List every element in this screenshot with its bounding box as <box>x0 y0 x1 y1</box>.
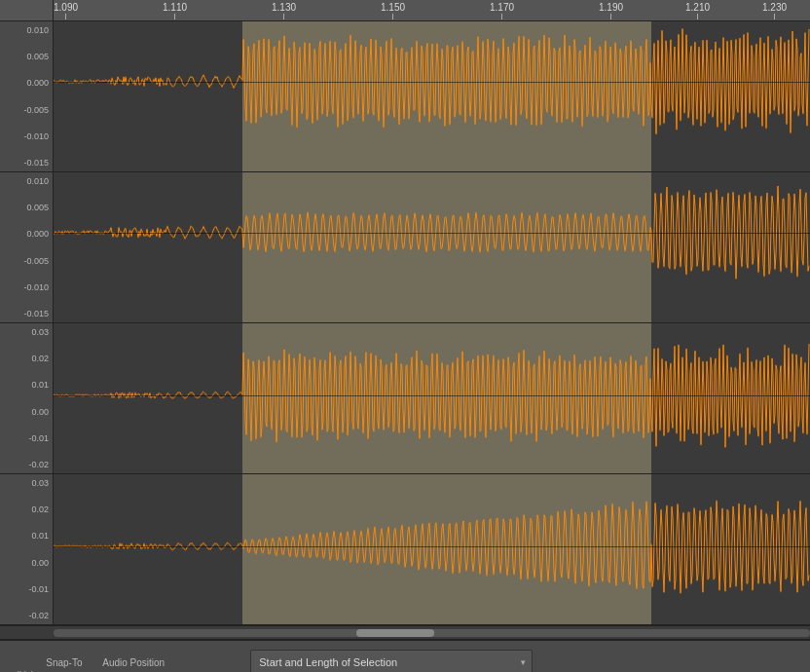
track-label: 0.010 <box>4 25 49 35</box>
ruler-tick: 1.210 <box>685 2 710 19</box>
audio-position-group: Audio Position <box>102 657 239 673</box>
track-waveform-0[interactable] <box>54 21 810 171</box>
track-label: 0.005 <box>4 203 49 212</box>
track-label: 0.01 <box>4 531 49 541</box>
ruler-tick: 1.090 <box>54 2 78 19</box>
track-label: 0.00 <box>4 407 49 417</box>
track-label: 0.00 <box>4 558 49 568</box>
ruler-tick: 1.170 <box>490 2 514 19</box>
bottom-toolbar: e (Hz) Snap-To Off Nearest Prior Next Au… <box>0 639 810 672</box>
track-label: 0.000 <box>4 78 49 88</box>
track-label: -0.005 <box>4 256 49 266</box>
selection-mode-select-wrapper[interactable]: Start and Length of Selection Start and … <box>250 650 533 672</box>
track-labels-0: 0.0100.0050.000-0.005-0.010-0.015 <box>0 21 54 171</box>
track-label: -0.015 <box>4 309 49 318</box>
track-waveform-1[interactable] <box>54 172 810 322</box>
track-label: 0.010 <box>4 176 49 186</box>
track-waveform-3[interactable] <box>54 474 810 624</box>
waveform-canvas-1 <box>54 172 810 322</box>
track-label: 0.03 <box>4 478 49 488</box>
tracks-container: 0.0100.0050.000-0.005-0.010-0.0150.0100.… <box>0 21 810 625</box>
ruler-tick: 1.110 <box>163 2 187 19</box>
track-label: 0.02 <box>4 354 49 363</box>
scrollbar-thumb[interactable] <box>356 629 434 637</box>
track-waveform-2[interactable] <box>54 323 810 473</box>
track-labels-3: 0.030.020.010.00-0.01-0.02 <box>0 474 54 624</box>
track-label: 0.03 <box>4 327 49 337</box>
scrollbar-area <box>0 625 810 639</box>
track-label: 0.01 <box>4 380 49 390</box>
track-label: -0.005 <box>4 105 49 115</box>
track-1[interactable]: 0.0100.0050.000-0.005-0.010-0.015 <box>0 172 810 323</box>
ruler-tick: 1.230 <box>762 2 787 19</box>
track-labels-1: 0.0100.0050.000-0.005-0.010-0.015 <box>0 172 54 322</box>
selection-mode-row: Start and Length of Selection Start and … <box>250 650 533 672</box>
track-label: 0.005 <box>4 52 49 61</box>
track-label: -0.015 <box>4 158 49 168</box>
track-labels-2: 0.030.020.010.00-0.01-0.02 <box>0 323 54 473</box>
snap-to-group: Snap-To Off Nearest Prior Next <box>46 657 91 673</box>
track-label: 0.02 <box>4 504 49 514</box>
track-label: -0.010 <box>4 131 49 141</box>
track-label: -0.02 <box>4 460 49 469</box>
track-2[interactable]: 0.030.020.010.00-0.01-0.02 <box>0 323 810 474</box>
selection-group: Start and Length of Selection Start and … <box>250 650 533 672</box>
audio-position-label: Audio Position <box>102 657 239 668</box>
selection-mode-select[interactable]: Start and Length of Selection Start and … <box>250 650 533 672</box>
track-label: -0.01 <box>4 584 49 594</box>
track-label: 0.000 <box>4 229 49 239</box>
track-label: -0.010 <box>4 282 49 292</box>
track-3[interactable]: 0.030.020.010.00-0.01-0.02 <box>0 474 810 625</box>
scrollbar-track[interactable] <box>54 629 810 637</box>
track-0[interactable]: 0.0100.0050.000-0.005-0.010-0.015 <box>0 21 810 172</box>
snap-to-label: Snap-To <box>46 657 91 668</box>
waveform-canvas-2 <box>54 323 810 473</box>
ruler-tick: 1.130 <box>272 2 296 19</box>
timeline-ruler[interactable]: 1.0901.1101.1301.1501.1701.1901.2101.230… <box>0 0 810 21</box>
track-label: -0.02 <box>4 611 49 620</box>
waveform-canvas-0 <box>54 21 810 171</box>
track-label: -0.01 <box>4 433 49 443</box>
ruler-tick: 1.150 <box>381 2 405 19</box>
ruler-tick: 1.190 <box>599 2 623 19</box>
waveform-canvas-3 <box>54 474 810 624</box>
